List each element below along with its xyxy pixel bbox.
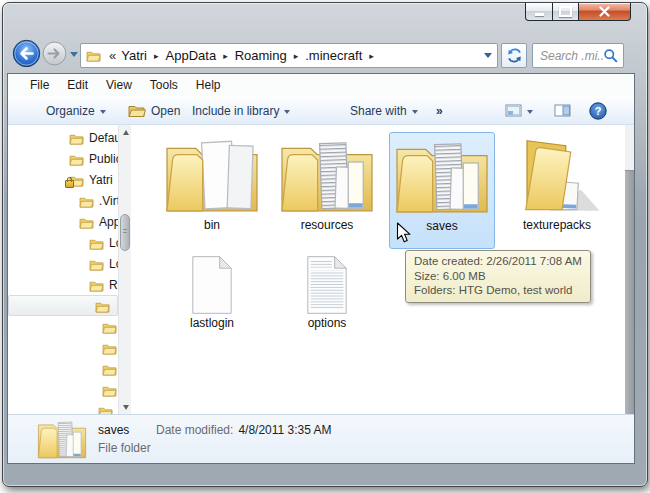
address-dropdown-icon[interactable] <box>484 53 492 58</box>
breadcrumb-segment[interactable]: AppData <box>165 48 218 63</box>
tooltip-line-date: Date created: 2/26/2011 7:08 AM <box>414 254 582 269</box>
mouse-cursor <box>396 222 412 244</box>
tree-item[interactable] <box>8 379 118 400</box>
document-text-icon <box>303 255 351 315</box>
svg-text:?: ? <box>595 105 602 117</box>
tree-item[interactable]: Yatri <box>8 169 118 190</box>
folder-icon <box>102 342 117 355</box>
tree-item[interactable] <box>8 400 118 414</box>
breadcrumb-segment[interactable]: Yatri <box>120 48 148 63</box>
maximize-button[interactable] <box>553 3 579 21</box>
search-input[interactable] <box>533 49 603 63</box>
tree-item-label: Lc <box>109 236 118 250</box>
preview-pane-button[interactable] <box>554 97 571 124</box>
back-button[interactable] <box>12 39 41 68</box>
tree-item[interactable]: Defau <box>8 127 118 148</box>
include-in-library-button[interactable]: Include in library <box>192 97 290 124</box>
folder-icon <box>79 195 94 208</box>
search-box <box>532 43 624 68</box>
tree-item[interactable]: Lc <box>8 253 118 274</box>
help-button[interactable]: ? <box>589 97 607 124</box>
folder-icon <box>102 363 117 376</box>
arrow-down-icon <box>123 405 129 410</box>
views-button[interactable] <box>505 97 533 124</box>
file-item-lastlogin[interactable]: lastlogin <box>159 253 265 331</box>
forward-button[interactable] <box>42 41 67 66</box>
address-folder-icon <box>86 49 101 62</box>
open-button[interactable]: Open <box>128 97 180 124</box>
tree-item-label: Public <box>89 152 118 166</box>
folder-icon <box>89 258 104 271</box>
breadcrumb-segment[interactable]: .minecraft <box>304 48 363 63</box>
breadcrumb: Yatri ▸ AppData ▸ Roaming ▸ .minecraft ▸ <box>120 48 380 63</box>
breadcrumb-separator-icon[interactable]: ▸ <box>223 51 228 61</box>
tree-item-label: Rc <box>109 278 118 292</box>
breadcrumb-separator-icon[interactable]: ▸ <box>294 51 299 61</box>
scroll-up-button[interactable] <box>119 125 132 139</box>
menu-item[interactable]: Edit <box>58 74 97 96</box>
tree-item-label: Defau <box>89 131 118 145</box>
scroll-down-button[interactable] <box>119 400 132 414</box>
minimize-button[interactable] <box>525 3 553 21</box>
menu-item[interactable]: View <box>97 74 141 96</box>
tooltip: Date created: 2/26/2011 7:08 AM Size: 6.… <box>405 250 591 303</box>
menu-item[interactable]: File <box>21 74 58 96</box>
address-bar[interactable]: « Yatri ▸ AppData ▸ Roaming ▸ .minecraft… <box>80 43 498 68</box>
dropdown-arrow-icon <box>284 110 290 114</box>
file-item-bin[interactable]: bin <box>159 132 265 233</box>
tree-item[interactable]: .Virt <box>8 190 118 211</box>
breadcrumb-separator-icon[interactable]: ▸ <box>369 51 374 61</box>
caption-buttons <box>525 3 631 22</box>
refresh-button[interactable] <box>501 43 527 68</box>
tree-item[interactable] <box>8 358 118 379</box>
menu-item[interactable]: Tools <box>141 74 187 96</box>
tree-item[interactable] <box>8 295 118 316</box>
organize-button[interactable]: Organize <box>46 97 106 124</box>
close-button[interactable] <box>579 3 631 21</box>
menu-item[interactable]: Help <box>187 74 230 96</box>
preview-pane-icon <box>554 103 571 118</box>
tree-item[interactable]: Public <box>8 148 118 169</box>
content-scrollbar[interactable] <box>625 125 634 414</box>
toolbar-overflow-button[interactable]: » <box>436 97 443 124</box>
tree-item[interactable]: App <box>8 211 118 232</box>
folder-icon <box>89 279 104 292</box>
help-icon: ? <box>589 102 607 120</box>
recent-pages-dropdown-icon[interactable] <box>70 52 78 57</box>
menu-bar: FileEditViewToolsHelp <box>8 74 634 96</box>
breadcrumb-separator-icon[interactable]: ▸ <box>154 51 159 61</box>
tree-scrollbar[interactable] <box>118 125 131 414</box>
maximize-icon <box>559 6 572 17</box>
tooltip-line-size: Size: 6.00 MB <box>414 269 582 284</box>
tree-item-label: App <box>99 215 118 229</box>
file-item-resources[interactable]: resources <box>274 132 380 233</box>
refresh-icon <box>506 47 523 64</box>
close-icon <box>599 6 610 17</box>
breadcrumb-overflow[interactable]: « <box>109 48 116 63</box>
folder-icon <box>69 132 84 145</box>
file-item-texturepacks[interactable]: texturepacks <box>504 132 610 233</box>
selected-folder-icon <box>36 419 88 461</box>
tree-item[interactable]: Lc <box>8 232 118 253</box>
content-scrollbar-thumb[interactable] <box>625 170 634 415</box>
share-with-button[interactable]: Share with <box>350 97 418 124</box>
folder-stuffed-icon <box>164 137 260 217</box>
tree-item[interactable] <box>8 337 118 358</box>
open-folder-icon <box>128 104 146 118</box>
search-icon[interactable] <box>603 48 618 63</box>
file-label: texturepacks <box>504 218 610 233</box>
document-blank-icon <box>188 255 236 315</box>
file-label: bin <box>159 218 265 233</box>
file-label: options <box>274 316 380 331</box>
file-item-options[interactable]: options <box>274 253 380 331</box>
tree-scrollbar-thumb[interactable] <box>120 214 130 251</box>
command-bar: Organize Open Include in library Share w… <box>8 96 634 125</box>
lock-icon <box>65 180 74 188</box>
tree-item[interactable] <box>8 316 118 337</box>
folder-icon <box>95 300 110 313</box>
details-file-type: File folder <box>98 441 151 455</box>
folder-icon <box>89 237 104 250</box>
tree-item[interactable]: Rc <box>8 274 118 295</box>
file-label: lastlogin <box>159 316 265 331</box>
breadcrumb-segment[interactable]: Roaming <box>234 48 288 63</box>
